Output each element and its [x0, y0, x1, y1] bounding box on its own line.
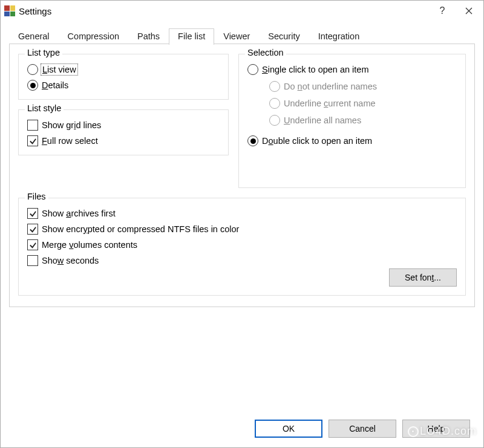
tab-file-list[interactable]: File list: [169, 28, 214, 45]
radio-icon: [247, 64, 258, 75]
cancel-button[interactable]: Cancel: [329, 420, 396, 438]
window-title: Settings: [19, 6, 51, 16]
help-button[interactable]: Help: [402, 420, 470, 438]
radio-single-click-label: Single click to open an item: [262, 65, 369, 74]
radio-underline-current: Underline current name: [269, 98, 457, 109]
check-full-row-select[interactable]: Full row select: [27, 135, 220, 146]
group-selection: Selection Single click to open an item D…: [238, 54, 466, 188]
radio-underline-all: Underline all names: [269, 115, 457, 126]
tabstrip: General Compression Paths File list View…: [9, 26, 475, 44]
radio-list-view-label: List view: [42, 65, 77, 74]
check-show-encrypted[interactable]: Show encrypted or compressed NTFS files …: [27, 224, 457, 235]
radio-no-underline: Do not underline names: [269, 81, 457, 92]
group-list-type: List type List view Details: [18, 54, 229, 100]
tab-integration[interactable]: Integration: [309, 28, 369, 45]
check-merge-volumes[interactable]: Merge volumes contents: [27, 239, 457, 250]
checkbox-icon: [27, 135, 38, 146]
group-selection-legend: Selection: [245, 48, 286, 57]
radio-icon: [269, 115, 280, 126]
close-button[interactable]: [456, 2, 482, 20]
group-files: Files Show archives first Show encrypted…: [18, 198, 466, 296]
radio-double-click[interactable]: Double click to open an item: [247, 135, 457, 146]
app-icon: [4, 5, 15, 16]
radio-icon: [269, 98, 280, 109]
radio-icon: [27, 64, 38, 75]
tab-viewer[interactable]: Viewer: [214, 28, 259, 45]
checkbox-icon: [27, 255, 38, 266]
check-show-grid-lines[interactable]: Show grid lines: [27, 120, 220, 131]
tab-security[interactable]: Security: [259, 28, 309, 45]
check-show-archives-label: Show archives first: [42, 209, 116, 218]
radio-single-click[interactable]: Single click to open an item: [247, 64, 457, 75]
checkbox-icon: [27, 224, 38, 235]
close-icon: [465, 7, 473, 15]
ok-button[interactable]: OK: [255, 420, 322, 438]
tab-compression[interactable]: Compression: [59, 28, 128, 45]
checkbox-icon: [27, 239, 38, 250]
group-list-type-legend: List type: [25, 48, 62, 57]
radio-icon: [27, 80, 38, 91]
check-merge-volumes-label: Merge volumes contents: [42, 240, 137, 250]
tab-panel-file-list: List type List view Details: [9, 44, 475, 307]
checkbox-icon: [27, 120, 38, 131]
tab-general[interactable]: General: [9, 28, 59, 45]
radio-no-underline-label: Do not underline names: [284, 82, 377, 91]
radio-underline-all-label: Underline all names: [284, 115, 361, 125]
radio-details[interactable]: Details: [27, 80, 220, 91]
check-show-grid-label: Show grid lines: [42, 120, 101, 130]
radio-underline-current-label: Underline current name: [284, 99, 376, 108]
group-list-style-legend: List style: [25, 103, 64, 113]
tab-paths[interactable]: Paths: [128, 28, 169, 45]
set-font-button[interactable]: Set font...: [389, 268, 457, 287]
check-show-seconds[interactable]: Show seconds: [27, 255, 457, 266]
button-bar: OK Cancel Help: [9, 409, 475, 447]
check-show-archives-first[interactable]: Show archives first: [27, 208, 457, 219]
check-show-seconds-label: Show seconds: [42, 256, 99, 265]
radio-icon: [269, 81, 280, 92]
check-full-row-label: Full row select: [42, 136, 98, 146]
group-list-style: List style Show grid lines Full row sele…: [18, 109, 229, 155]
radio-list-view[interactable]: List view: [27, 64, 220, 75]
check-show-encrypted-label: Show encrypted or compressed NTFS files …: [42, 224, 239, 234]
group-files-legend: Files: [25, 192, 48, 201]
radio-double-click-label: Double click to open an item: [262, 136, 372, 146]
titlebar-help-button[interactable]: ?: [429, 2, 456, 20]
radio-details-label: Details: [42, 80, 68, 90]
checkbox-icon: [27, 208, 38, 219]
titlebar: Settings ?: [1, 1, 483, 21]
radio-icon: [247, 135, 258, 146]
